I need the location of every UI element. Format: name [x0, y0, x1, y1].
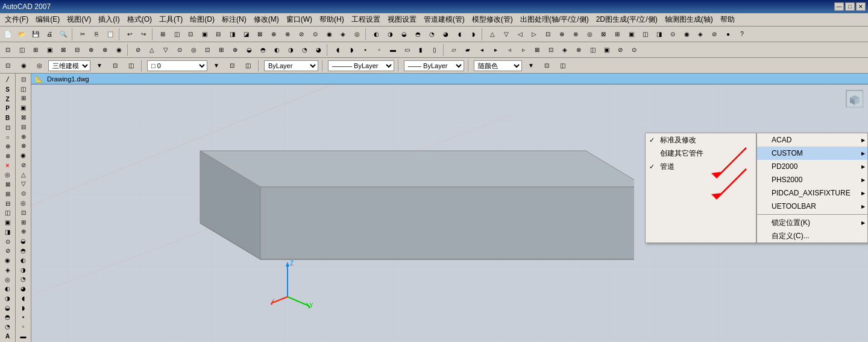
lt-half2[interactable]: ◑: [1, 294, 14, 303]
lt2-b16[interactable]: ⊞: [17, 218, 30, 227]
tb-b38[interactable]: ◉: [680, 28, 693, 41]
ctx-sub-item-1[interactable]: 标准及修改: [646, 133, 756, 147]
lt-box3[interactable]: ⊞: [1, 189, 14, 198]
tb-undo[interactable]: ↩: [123, 28, 136, 41]
tb-b8[interactable]: ⊠: [253, 28, 266, 41]
menu-modify[interactable]: 修改(M): [250, 13, 283, 26]
tb-b32[interactable]: ⊠: [597, 28, 610, 41]
lt2-b4[interactable]: ▣: [17, 103, 30, 112]
lt2-b17[interactable]: ⊕: [17, 227, 30, 236]
menu-tools[interactable]: 工具(T): [156, 13, 186, 26]
tb-b37[interactable]: ⊙: [666, 28, 679, 41]
canvas[interactable]: Z Y 标准及修改 创建其它管件: [31, 84, 868, 342]
lt-p[interactable]: P: [1, 104, 14, 113]
layer-btn2[interactable]: ⊡: [225, 59, 239, 72]
menu-window[interactable]: 窗口(W): [283, 13, 316, 26]
tb2-b15[interactable]: ⊡: [201, 43, 214, 57]
tb-b27[interactable]: ▷: [527, 28, 541, 41]
tb-b41[interactable]: ●: [722, 28, 735, 41]
tb2-b24[interactable]: ◖: [331, 43, 344, 57]
tb2-b41[interactable]: ⊗: [572, 43, 585, 57]
workspace-combo[interactable]: 三维建模: [48, 60, 90, 71]
layer-btn4[interactable]: ⊡: [540, 59, 553, 72]
lt2-b27[interactable]: ▫: [17, 322, 30, 331]
tb-b36[interactable]: ◨: [652, 28, 665, 41]
tb-b7[interactable]: ◪: [239, 28, 253, 41]
lt2-b23[interactable]: ◕: [17, 284, 30, 293]
lt-x1[interactable]: ⊗: [1, 151, 14, 160]
ctx-pidcad[interactable]: PIDCAD_AXISFIXTURE: [757, 186, 867, 200]
lt-x2[interactable]: ×: [1, 161, 14, 170]
lt2-b11[interactable]: △: [17, 170, 30, 179]
linetype-select[interactable]: ——— ByLayer: [328, 60, 394, 71]
tb-b25[interactable]: ▽: [500, 28, 513, 41]
lt2-b28[interactable]: ▬: [17, 332, 30, 341]
tb-b30[interactable]: ⊗: [569, 28, 582, 41]
layer-icon2[interactable]: ◫: [124, 59, 137, 72]
tb2-b43[interactable]: ▣: [600, 43, 613, 57]
tb2-b37[interactable]: ▹: [517, 43, 530, 57]
tb-b4[interactable]: ▣: [198, 28, 211, 41]
tb2-b26[interactable]: ▪: [359, 43, 372, 57]
tb-cut[interactable]: ✂: [76, 28, 89, 41]
tb-b18[interactable]: ◒: [397, 28, 410, 41]
layer-btn5[interactable]: ◫: [556, 59, 569, 72]
menu-file[interactable]: 文件(F): [1, 13, 32, 26]
ctx-pd2000[interactable]: PD2000: [757, 160, 867, 173]
tb2-b7[interactable]: ⊕: [84, 43, 98, 57]
lt2-b22[interactable]: ◔: [17, 274, 30, 283]
tb2-b38[interactable]: ⊠: [530, 43, 544, 57]
lt2-b13[interactable]: ⊙: [17, 189, 30, 198]
lt2-b5[interactable]: ⊠: [17, 113, 30, 122]
lt2-b10[interactable]: ⊘: [17, 160, 30, 169]
lt-z[interactable]: Z: [1, 95, 14, 104]
tb-b16[interactable]: ◐: [370, 28, 383, 41]
lt2-b19[interactable]: ◓: [17, 246, 30, 255]
tb-paste[interactable]: 📋: [104, 28, 117, 41]
tb-b34[interactable]: ▣: [624, 28, 638, 41]
lt-half1[interactable]: ◐: [1, 284, 14, 293]
layer-expand-btn[interactable]: ▼: [93, 59, 106, 72]
lt2-b25[interactable]: ◗: [17, 303, 30, 312]
tb2-b44[interactable]: ⊘: [614, 43, 627, 57]
tb2-b12[interactable]: ▽: [159, 43, 172, 57]
lt-box1[interactable]: ⊡: [1, 123, 14, 132]
lt-a[interactable]: A: [1, 332, 14, 341]
lt2-b26[interactable]: ▪: [17, 313, 30, 322]
ctx-lock[interactable]: 锁定位置(K): [757, 216, 867, 229]
lt-box6[interactable]: ▣: [1, 218, 14, 227]
layer-arrow[interactable]: ▼: [210, 59, 223, 72]
lt-b[interactable]: B: [1, 113, 14, 122]
menu-project[interactable]: 工程设置: [348, 13, 384, 26]
layer-select[interactable]: □ 0: [147, 60, 207, 71]
menu-model-modify[interactable]: 模型修改(管): [468, 13, 517, 26]
layer-btn3[interactable]: ◫: [241, 59, 254, 72]
lt2-b15[interactable]: ⊡: [17, 208, 30, 217]
tb-b35[interactable]: ◫: [638, 28, 652, 41]
tb-b3[interactable]: ⊡: [184, 28, 197, 41]
plotstyle-select[interactable]: 随颜色: [474, 60, 522, 71]
menu-help[interactable]: 帮助(H): [316, 13, 348, 26]
tb2-b6[interactable]: ⊟: [71, 43, 84, 57]
tb-preview[interactable]: 🔍: [57, 28, 70, 41]
tb-b13[interactable]: ◉: [322, 28, 336, 41]
tb-b42[interactable]: ?: [735, 28, 749, 41]
tb2-b36[interactable]: ◃: [503, 43, 516, 57]
tb-b24[interactable]: △: [486, 28, 499, 41]
lt-box5[interactable]: ◫: [1, 209, 14, 218]
tb2-b10[interactable]: ⊘: [131, 43, 145, 57]
lt2-b21[interactable]: ◑: [17, 265, 30, 274]
tb-b22[interactable]: ◖: [453, 28, 466, 41]
tb2-b4[interactable]: ▣: [43, 43, 56, 57]
tb-b2[interactable]: ◫: [170, 28, 183, 41]
close-button[interactable]: ✕: [856, 2, 866, 11]
tb2-b17[interactable]: ⊕: [228, 43, 242, 57]
lt2-b14[interactable]: ◎: [17, 198, 30, 207]
lt-half4[interactable]: ◓: [1, 313, 14, 322]
lt2-b6[interactable]: ⊟: [17, 122, 30, 131]
tb2-b33[interactable]: ▰: [461, 43, 474, 57]
tb-b11[interactable]: ⊘: [295, 28, 308, 41]
layer-icon1[interactable]: ⊡: [108, 59, 122, 72]
tb2-b27[interactable]: ▫: [373, 43, 386, 57]
ctx-customize[interactable]: 自定义(C)...: [757, 229, 867, 242]
